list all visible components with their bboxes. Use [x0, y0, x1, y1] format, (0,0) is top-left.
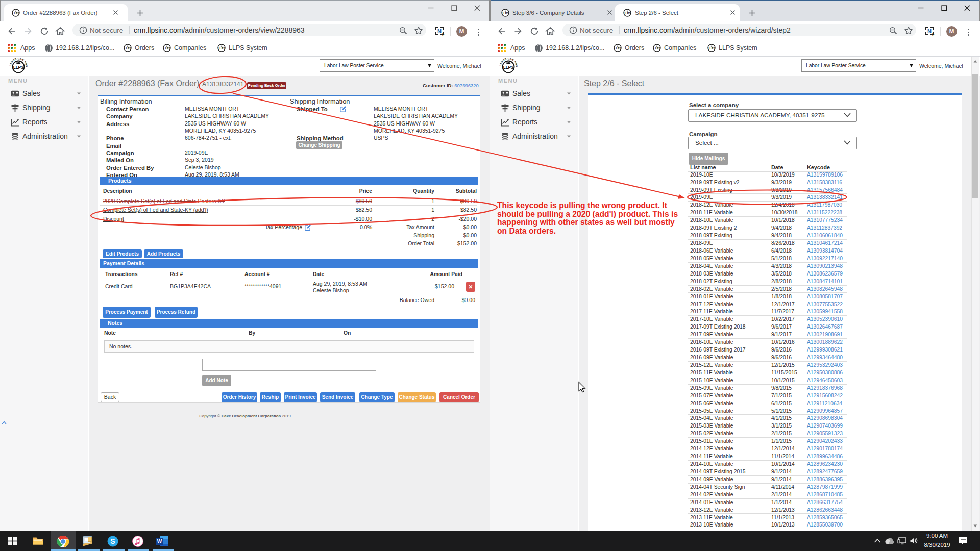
svg-text:LLPS: LLPS — [503, 65, 514, 70]
svg-text:LLPS: LLPS — [502, 12, 509, 15]
svg-text:LLPS: LLPS — [614, 47, 621, 50]
svg-text:LLPS: LLPS — [708, 47, 715, 50]
svg-text:LLPS: LLPS — [12, 12, 19, 15]
svg-text:LLPS: LLPS — [624, 12, 631, 15]
svg-text:S: S — [110, 537, 115, 545]
svg-text:LLPS: LLPS — [163, 47, 170, 50]
svg-text:LLPS: LLPS — [13, 65, 24, 70]
svg-text:W: W — [157, 539, 162, 544]
svg-text:LLPS: LLPS — [124, 47, 131, 50]
svg-text:LLPS: LLPS — [218, 47, 225, 50]
svg-text:LLPS: LLPS — [653, 47, 660, 50]
